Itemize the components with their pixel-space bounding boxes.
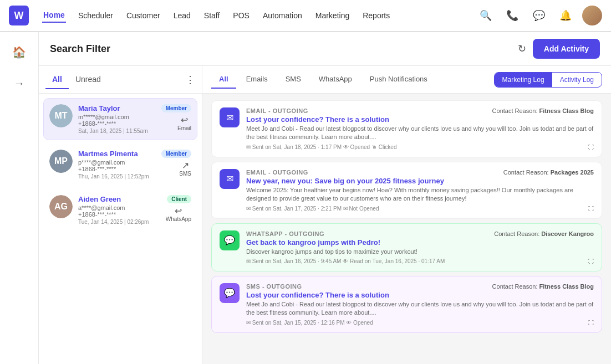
body-content: AllUnread ⋮ MT Maria Taylor m*****@gmail… xyxy=(39,66,611,364)
activity-type-row: EMAIL - OUTGOING Contact Reason: Package… xyxy=(246,169,594,176)
refresh-button[interactable]: ↻ xyxy=(518,43,526,55)
activity-log-button[interactable]: Activity Log xyxy=(552,73,602,87)
contact-tab-unread[interactable]: Unread xyxy=(69,70,108,89)
nav-item-scheduler[interactable]: Scheduler xyxy=(77,9,114,22)
add-activity-button[interactable]: Add Activity xyxy=(533,39,600,59)
contact-item[interactable]: MT Maria Taylor m*****@gmail.com +1868-*… xyxy=(43,98,197,140)
whatsapp-icon: 💬 xyxy=(220,230,240,250)
contact-tabs: AllUnread ⋮ xyxy=(39,66,202,94)
contact-reason-value: Fitness Class Blog xyxy=(539,283,594,290)
expand-icon[interactable]: ⛶ xyxy=(588,258,594,264)
action-label: Email xyxy=(177,125,191,131)
contact-name: Martmes Pimenta xyxy=(78,150,156,158)
contact-reason: Contact Reason: Packages 2025 xyxy=(503,169,594,176)
contact-info: Maria Taylor m*****@gmail.com +1868-***-… xyxy=(78,104,156,134)
avatar[interactable] xyxy=(582,6,602,25)
contact-action[interactable]: ↗ SMS xyxy=(179,160,191,177)
activity-content: SMS - OUTGOING Contact Reason: Fitness C… xyxy=(246,283,594,326)
phone-icon[interactable]: 📞 xyxy=(502,6,522,25)
activity-item: ✉ EMAIL - OUTGOING Contact Reason: Packa… xyxy=(211,162,602,219)
contact-time: Thu, Jan 16, 2025 | 12:52pm xyxy=(78,173,156,180)
top-bar-actions: ↻ Add Activity xyxy=(518,39,600,59)
activity-meta: ✉ Sent on Sat, Jan 16, 2025 · 9:45 AM 👁 … xyxy=(246,258,594,264)
contact-badges: Client ↩ WhatsApp xyxy=(166,195,191,222)
activity-type-row: EMAIL - OUTGOING Contact Reason: Fitness… xyxy=(246,107,594,114)
activity-title[interactable]: Lost your confidence? There is a solutio… xyxy=(246,115,594,124)
contact-name: Aiden Green xyxy=(78,195,160,203)
whatsapp-icon[interactable]: 💬 xyxy=(529,6,549,25)
action-icon: ↩ xyxy=(175,206,182,216)
arrow-right-icon[interactable]: → xyxy=(8,72,30,94)
activity-tab-emails[interactable]: Emails xyxy=(238,70,276,89)
contact-time: Tue, Jan 14, 2025 | 02:26pm xyxy=(78,219,160,225)
contact-avatar: MT xyxy=(49,104,73,127)
nav-item-reports[interactable]: Reports xyxy=(361,9,391,22)
nav-item-marketing[interactable]: Marketing xyxy=(314,9,350,22)
nav-item-lead[interactable]: Lead xyxy=(172,9,192,22)
activity-meta: ✉ Sent on Sat, Jan 15, 2025 · 12:16 PM 👁… xyxy=(246,320,594,326)
activity-title[interactable]: Lost your confidence? There is a solutio… xyxy=(246,291,594,299)
activity-description: Welcome 2025: Your healthier year begins… xyxy=(246,186,594,203)
contact-phone: +1868-***-**** xyxy=(78,120,156,127)
logo[interactable]: W xyxy=(9,6,29,25)
sms-icon: 💬 xyxy=(220,283,240,303)
log-toggle: Marketing Log Activity Log xyxy=(494,72,602,88)
expand-icon[interactable]: ⛶ xyxy=(588,320,594,326)
contact-avatar: MP xyxy=(49,150,73,173)
activity-tab-push-notifications[interactable]: Push Notifications xyxy=(362,70,435,89)
contact-email: m*****@gmail.com xyxy=(78,114,156,120)
search-icon[interactable]: 🔍 xyxy=(476,6,496,25)
home-sidebar-icon[interactable]: 🏠 xyxy=(8,41,30,63)
contact-item[interactable]: AG Aiden Green a****@gmail.com +1868-***… xyxy=(43,189,197,231)
activity-tab-all[interactable]: All xyxy=(211,70,236,89)
contact-avatar: AG xyxy=(49,195,73,218)
activity-item: 💬 SMS - OUTGOING Contact Reason: Fitness… xyxy=(211,276,602,333)
search-filter-title: Search Filter xyxy=(50,43,110,55)
activity-content: EMAIL - OUTGOING Contact Reason: Package… xyxy=(246,169,594,212)
nav-item-customer[interactable]: Customer xyxy=(125,9,161,22)
activity-type-row: SMS - OUTGOING Contact Reason: Fitness C… xyxy=(246,283,594,290)
email-icon: ✉ xyxy=(220,107,240,127)
notification-icon[interactable]: 🔔 xyxy=(556,6,576,25)
activity-meta: ✉ Sent on Sat, Jan 17, 2025 · 2:21 PM ✉ … xyxy=(246,206,594,212)
left-sidebar: 🏠 → xyxy=(0,32,39,364)
activity-type: WHATSAPP - OUTGOING xyxy=(246,230,324,237)
contact-phone: +1868-***-**** xyxy=(78,166,156,172)
nav-item-automation[interactable]: Automation xyxy=(262,9,303,22)
activity-description: Meet Jo and Cobi - Read our latest blogp… xyxy=(246,300,594,317)
nav-item-staff[interactable]: Staff xyxy=(203,9,221,22)
nav-item-home[interactable]: Home xyxy=(42,8,66,23)
activity-type: SMS - OUTGOING xyxy=(246,283,302,290)
activity-tab-sms[interactable]: SMS xyxy=(278,70,309,89)
action-icon: ↗ xyxy=(182,160,189,171)
activity-panel: AllEmailsSMSWhatsAppPush Notifications M… xyxy=(202,66,611,364)
contact-email: p****@gmail.com xyxy=(78,159,156,166)
activity-description: Discover kangroo jumps and top tips to m… xyxy=(246,248,594,256)
contact-reason: Contact Reason: Fitness Class Blog xyxy=(492,107,594,114)
activity-content: WHATSAPP - OUTGOING Contact Reason: Disc… xyxy=(246,230,594,264)
activity-header: ✉ EMAIL - OUTGOING Contact Reason: Packa… xyxy=(220,169,594,212)
nav-item-pos[interactable]: POS xyxy=(232,9,251,22)
activity-tab-whatsapp[interactable]: WhatsApp xyxy=(311,70,360,89)
email-icon: ✉ xyxy=(220,169,240,189)
contact-reason: Contact Reason: Fitness Class Blog xyxy=(492,283,594,290)
contact-tab-more-button[interactable]: ⋮ xyxy=(185,74,195,86)
contact-action[interactable]: ↩ WhatsApp xyxy=(166,206,191,222)
marketing-log-button[interactable]: Marketing Log xyxy=(495,73,552,87)
contact-reason-value: Fitness Class Blog xyxy=(539,107,594,114)
activity-item: ✉ EMAIL - OUTGOING Contact Reason: Fitne… xyxy=(211,100,602,157)
nav-icons: 🔍 📞 💬 🔔 xyxy=(476,6,602,25)
contact-name: Maria Taylor xyxy=(78,104,156,112)
activity-title[interactable]: Get back to kangroo jumps with Pedro! xyxy=(246,238,594,247)
contact-info: Aiden Green a****@gmail.com +1868-***-**… xyxy=(78,195,160,225)
activity-title[interactable]: New year, new you: Save big on your 2025… xyxy=(246,177,594,185)
contact-action[interactable]: ↩ Email xyxy=(177,115,191,131)
action-label: SMS xyxy=(179,171,191,177)
contact-time: Sat, Jan 18, 2025 | 11:55am xyxy=(78,128,156,134)
contact-item[interactable]: MP Martmes Pimenta p****@gmail.com +1868… xyxy=(43,143,197,186)
expand-icon[interactable]: ⛶ xyxy=(588,144,594,150)
contact-tab-all[interactable]: All xyxy=(45,70,69,89)
activity-description: Meet Jo and Cobi - Read our latest blogp… xyxy=(246,125,594,142)
expand-icon[interactable]: ⛶ xyxy=(588,206,594,212)
activity-type-row: WHATSAPP - OUTGOING Contact Reason: Disc… xyxy=(246,230,594,237)
